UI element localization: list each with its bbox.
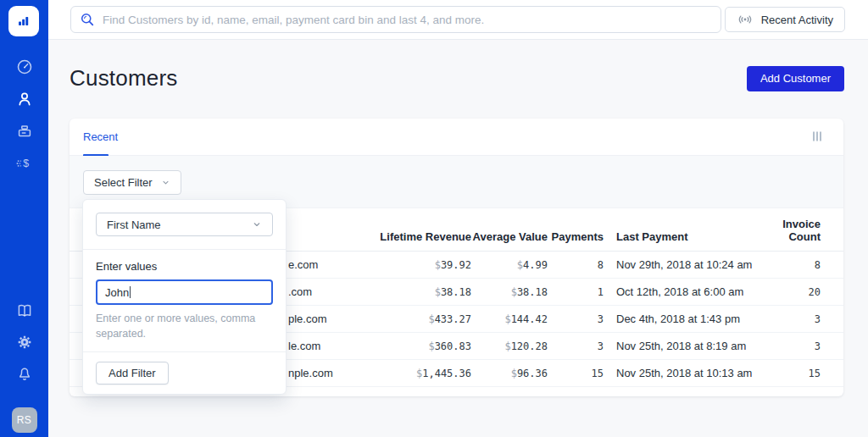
bar-chart-icon <box>14 12 33 30</box>
user-avatar[interactable]: RS <box>12 407 37 433</box>
page-header: Customers Add Customer <box>70 65 844 91</box>
last-payment-date: Nov 25th, 2018 at 8:19 am <box>604 340 773 352</box>
select-filter-label: Select Filter <box>94 176 153 189</box>
main-content: Customers Add Customer Recent <box>48 40 868 437</box>
col-average-value: Average Value <box>471 230 548 243</box>
last-payment-date: Nov 29th, 2018 at 10:24 am <box>604 258 773 271</box>
topbar: Recent Activity <box>48 0 868 40</box>
col-last-payment: Last Payment <box>604 230 773 243</box>
invoice-count: 20 <box>809 286 821 298</box>
sidebar-item-docs[interactable] <box>14 301 35 322</box>
lifetime-revenue-value: $1,445.36 <box>416 368 471 379</box>
app-logo[interactable] <box>8 6 39 36</box>
invoice-count: 15 <box>809 368 821 379</box>
payments-count: 15 <box>592 368 604 379</box>
select-filter-button[interactable]: Select Filter <box>83 170 181 195</box>
avatar-initials: RS <box>17 414 32 426</box>
average-value: $96.36 <box>511 368 548 379</box>
enter-values-label: Enter values <box>96 260 273 273</box>
customers-icon <box>15 90 34 108</box>
filter-field-select[interactable]: First Name <box>96 213 273 236</box>
filter-panel: First Name Enter values John Enter one o… <box>82 199 287 395</box>
col-lifetime-revenue: Lifetime Revenue <box>349 230 471 243</box>
last-payment-date: Dec 4th, 2018 at 1:43 pm <box>604 313 773 325</box>
sidebar-item-dashboard[interactable] <box>14 58 35 78</box>
sidebar-nav-bottom: RS <box>0 301 48 433</box>
dashboard-icon <box>15 58 34 76</box>
invoice-count: 3 <box>815 313 821 325</box>
col-payments: Payments <box>548 230 604 243</box>
app-window: $ <box>0 0 868 437</box>
filter-values-text: John <box>105 286 129 299</box>
recent-activity-button[interactable]: Recent Activity <box>725 7 845 32</box>
average-value: $38.18 <box>511 286 548 298</box>
lifetime-revenue-value: $39.92 <box>435 259 471 271</box>
filter-panel-footer: Add Filter <box>83 351 286 394</box>
tab-recent[interactable]: Recent <box>83 119 118 156</box>
sidebar-nav-top: $ <box>0 58 48 174</box>
recent-activity-label: Recent Activity <box>761 14 833 26</box>
sidebar-item-payments[interactable] <box>14 122 35 142</box>
last-payment-date: Oct 12th, 2018 at 6:00 am <box>604 285 773 298</box>
payments-count: 3 <box>598 313 604 325</box>
sidebar-item-transactions[interactable]: $ <box>14 154 35 174</box>
sidebar-item-customers[interactable] <box>14 90 35 110</box>
payments-count: 1 <box>598 286 604 298</box>
settings-icon <box>15 333 34 351</box>
text-caret <box>130 286 131 298</box>
search-icon <box>80 12 95 27</box>
filter-values-section: Enter values John Enter one or more valu… <box>83 249 286 351</box>
average-value: $120.28 <box>504 340 548 352</box>
tab-recent-label: Recent <box>83 130 118 143</box>
column-settings-icon <box>811 130 823 142</box>
sidebar: $ <box>0 0 48 437</box>
filter-values-input[interactable]: John <box>96 279 273 305</box>
notifications-icon <box>15 364 34 383</box>
customers-card: Recent Select Filter <box>70 119 843 396</box>
invoice-count: 8 <box>815 259 821 271</box>
add-filter-button[interactable]: Add Filter <box>96 362 169 384</box>
sidebar-item-settings[interactable] <box>14 333 35 353</box>
average-value: $144.42 <box>504 313 548 325</box>
filter-helper-text: Enter one or more values, comma separate… <box>96 312 273 345</box>
money-transfer-icon: $ <box>15 154 34 173</box>
page-title: Customers <box>70 65 178 91</box>
docs-icon <box>15 301 34 320</box>
average-value: $4.99 <box>517 259 548 271</box>
broadcast-icon <box>737 11 754 28</box>
last-payment-date: Nov 25th, 2018 at 10:13 am <box>604 367 773 379</box>
payments-count: 3 <box>598 340 604 352</box>
cash-register-icon <box>15 122 34 141</box>
svg-text:$: $ <box>23 158 29 169</box>
lifetime-revenue-value: $38.18 <box>435 286 471 298</box>
invoice-count: 3 <box>815 340 821 352</box>
tab-bar: Recent <box>70 119 843 156</box>
column-settings-button[interactable] <box>811 130 823 144</box>
search-box <box>70 6 721 33</box>
lifetime-revenue-value: $360.83 <box>428 340 471 352</box>
add-customer-button[interactable]: Add Customer <box>747 66 844 91</box>
filter-field-value: First Name <box>107 218 161 231</box>
chevron-down-icon <box>161 178 170 187</box>
lifetime-revenue-value: $433.27 <box>428 313 471 325</box>
search-input[interactable] <box>103 14 712 26</box>
chevron-down-icon <box>252 219 262 230</box>
col-invoice-count: Invoice Count <box>773 218 843 243</box>
payments-count: 8 <box>598 259 604 271</box>
sidebar-item-notifications[interactable] <box>14 364 35 384</box>
